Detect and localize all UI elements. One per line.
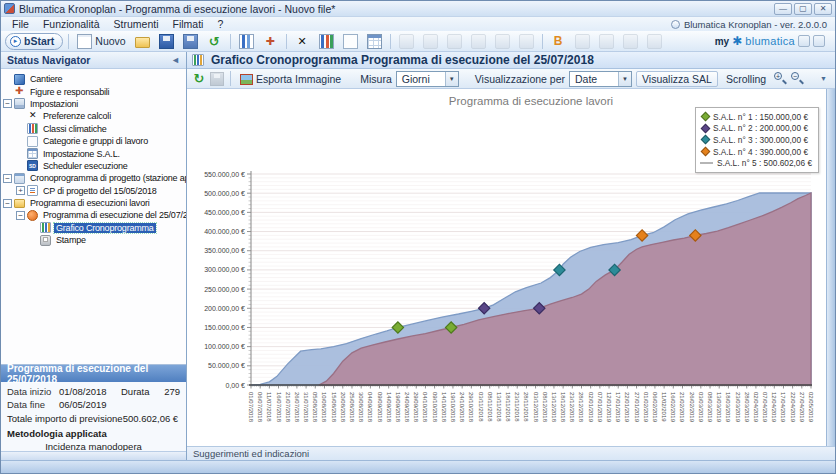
zoom-out-button[interactable]: −: [791, 72, 804, 85]
menu-funzionalita[interactable]: Funzionalità: [36, 18, 107, 30]
about-icon: [671, 20, 680, 29]
tool-icon: [575, 34, 590, 49]
tree-item[interactable]: Figure e responsabili: [1, 85, 186, 97]
vertical-scrollbar[interactable]: [826, 89, 835, 446]
x-axis-label: 10/08/2018: [321, 392, 327, 423]
tree-item[interactable]: Categorie e gruppi di lavoro: [1, 135, 186, 147]
legend-label: S.A.L. n° 1 : 150.000,00 €: [713, 112, 808, 122]
figure-button[interactable]: ✚: [260, 32, 281, 50]
maximize-button[interactable]: ▢: [794, 3, 812, 15]
x-axis-label: 28/12/2018: [578, 392, 584, 423]
x-axis-label: 04/10/2018: [422, 392, 428, 423]
menu-filmati[interactable]: Filmati: [165, 18, 210, 30]
categorie-button[interactable]: [340, 32, 361, 50]
tree-expander-icon[interactable]: −: [16, 211, 25, 220]
apps-icon[interactable]: [813, 35, 825, 47]
visualizza-sal-label: Visualizza SAL: [642, 73, 712, 85]
save-all-button[interactable]: [180, 32, 201, 50]
zoom-in-icon: +: [774, 72, 782, 80]
esporta-immagine-button[interactable]: Esporta Immagine: [237, 70, 344, 88]
open-button[interactable]: [132, 32, 153, 50]
x-axis-label: 17/04/2019: [780, 392, 786, 423]
x-axis-label: 14/10/2018: [441, 392, 447, 423]
bstart-label: bStart: [24, 35, 54, 47]
x-axis-label: 12/04/2019: [771, 392, 777, 423]
disabled-tool-7: [572, 32, 593, 50]
tree-item[interactable]: Preferenze calcoli: [1, 110, 186, 122]
x-axis-label: 02/04/2019: [753, 392, 759, 423]
menu-help[interactable]: ?: [210, 18, 230, 30]
nuovo-button[interactable]: Nuovo: [74, 32, 128, 50]
minimize-button[interactable]: —: [774, 3, 792, 15]
menu-file[interactable]: File: [5, 18, 36, 30]
cantiere-button[interactable]: [236, 32, 257, 50]
tree-item[interactable]: +CP di progetto del 15/05/2018: [1, 185, 186, 197]
close-button[interactable]: ✕: [814, 3, 832, 15]
tree-expander-icon[interactable]: −: [3, 199, 12, 208]
y-axis-label: 350.000,00 €: [204, 247, 245, 254]
execution-program-icon: [27, 210, 38, 221]
tree-item[interactable]: Scheduler esecuzione: [1, 160, 186, 172]
tree-item[interactable]: −Programma di esecuzione del 25/07/2018: [1, 209, 186, 221]
save-chart-button: [210, 72, 224, 86]
misura-dropdown[interactable]: Giorni ▼: [396, 71, 459, 87]
y-axis-label: 450.000,00 €: [204, 209, 245, 216]
dropdown-arrow-icon[interactable]: ▼: [618, 72, 631, 86]
toolbar-overflow-icon[interactable]: ▼: [820, 75, 830, 82]
x-axis-label: 22/01/2019: [624, 392, 630, 423]
tree-item[interactable]: −Programma di esecuzioni lavori: [1, 197, 186, 209]
classi-climatiche-button[interactable]: [316, 32, 337, 50]
tree-expander-icon[interactable]: −: [3, 174, 12, 183]
chart-toolbar: ↻ Esporta Immagine Misura Giorni ▼ Visua…: [187, 69, 835, 89]
x-axis-label: 26/02/2019: [689, 392, 695, 423]
tool-icon: [519, 34, 534, 49]
impostazione-sal-button[interactable]: [364, 32, 385, 50]
tree-item[interactable]: Cantiere: [1, 73, 186, 85]
tree-item[interactable]: Stampe: [1, 234, 186, 246]
x-axis-label: 21/07/2018: [285, 392, 291, 423]
y-axis-label: 0,00 €: [226, 382, 246, 389]
cp-document-icon: [27, 185, 38, 196]
x-axis-label: 28/11/2018: [523, 392, 529, 422]
tree-item-label: Scheduler esecuzione: [41, 161, 130, 171]
y-axis-label: 150.000,00 €: [204, 324, 245, 331]
y-axis-label: 300.000,00 €: [204, 266, 245, 273]
metodologia-label: Metodologia applicata: [7, 428, 180, 439]
refresh-button[interactable]: ↻: [192, 72, 206, 86]
tree-item[interactable]: −Cronoprogramma di progetto (stazione ap…: [1, 172, 186, 184]
brand-name: blumatica: [745, 35, 795, 47]
legend-row: S.A.L. n° 1 : 150.000,00 €: [700, 111, 812, 123]
minimize-icon: —: [779, 4, 787, 13]
b-tool-button[interactable]: B: [548, 32, 569, 50]
save-button[interactable]: [156, 32, 177, 50]
tree-item-label: Cantiere: [28, 74, 64, 84]
tree-expander-icon[interactable]: −: [3, 99, 12, 108]
account-icon[interactable]: [798, 35, 810, 47]
scrolling-button[interactable]: Scrolling: [722, 71, 770, 87]
site-icon: [14, 74, 25, 85]
application-window: Blumatica Kronoplan - Programma di esecu…: [0, 0, 836, 474]
preferenze-calcoli-button[interactable]: ✕: [292, 32, 313, 50]
program-info-header: Programma di esecuzione del 25/07/2018: [1, 365, 186, 382]
tree-item[interactable]: Impostazione S.A.L.: [1, 147, 186, 159]
legend-label: S.A.L. n° 2 : 200.000,00 €: [713, 123, 808, 133]
tree-expander-icon[interactable]: +: [16, 186, 25, 195]
tree-item[interactable]: Grafico Cronoprogramma: [1, 222, 186, 234]
legend-diamond-marker: [700, 112, 710, 122]
visualizza-sal-button[interactable]: Visualizza SAL: [636, 71, 718, 87]
bstart-button[interactable]: ▸ bStart: [5, 33, 63, 50]
disabled-tool-1: [396, 32, 417, 50]
zoom-in-button[interactable]: +: [774, 72, 787, 85]
dropdown-arrow-icon[interactable]: ▼: [445, 72, 458, 86]
tree-item[interactable]: Classi climatiche: [1, 123, 186, 135]
legend-row: S.A.L. n° 5 : 500.602,06 €: [700, 157, 812, 169]
totale-value: 500.602,06 €: [123, 413, 178, 424]
climate-classes-icon: [319, 34, 334, 49]
tree-item[interactable]: −Impostazioni: [1, 98, 186, 110]
visualizzazione-dropdown[interactable]: Date ▼: [569, 71, 632, 87]
menu-strumenti[interactable]: Strumenti: [107, 18, 166, 30]
collapse-icon[interactable]: ◄: [171, 55, 180, 65]
x-axis-label: 13/11/2018: [496, 392, 502, 422]
undo-button[interactable]: ↺: [204, 32, 225, 50]
durata-label: Durata: [121, 386, 161, 397]
